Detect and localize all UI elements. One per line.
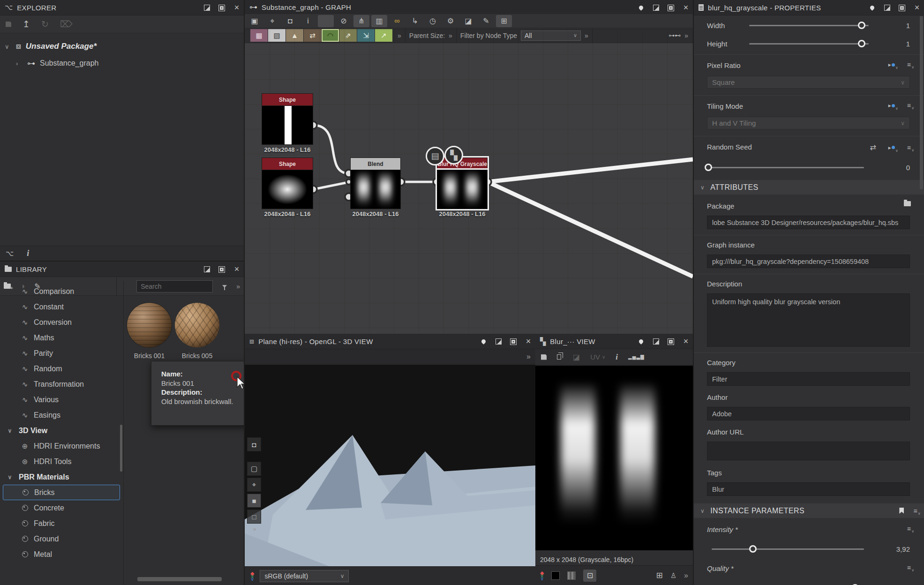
library-item-bricks[interactable]: Bricks: [3, 485, 120, 500]
library-item-ground[interactable]: Ground: [0, 531, 123, 547]
paint-icon[interactable]: ✎: [478, 15, 494, 27]
library-item-conversion[interactable]: ∿ Conversion: [0, 315, 123, 330]
layers-icon[interactable]: ◆∨∨: [250, 572, 254, 580]
random-seed-value[interactable]: 0: [906, 164, 910, 172]
library-item-comparison[interactable]: ∿ Comparison: [0, 284, 123, 299]
chevron-right-icon[interactable]: ›: [16, 60, 23, 67]
marquee-select-icon[interactable]: ▣: [247, 15, 263, 27]
library-item-concrete[interactable]: Concrete: [0, 500, 123, 516]
graph-tab-title[interactable]: Substance_graph - GRAPH: [262, 3, 351, 11]
graph-canvas[interactable]: Shape 2048x2048 - L16 Shape 2048x2048 - …: [245, 30, 693, 334]
tree-view-icon[interactable]: ⌥: [6, 249, 14, 258]
height-value[interactable]: 1: [906, 40, 910, 48]
capture-icon[interactable]: ◘: [247, 437, 261, 451]
height-slider-handle[interactable]: [858, 40, 865, 47]
node-links-icon[interactable]: ⋔: [353, 15, 369, 27]
export-image-icon[interactable]: ◪: [460, 15, 476, 27]
library-item-random[interactable]: ∿ Random: [0, 361, 123, 376]
library-item-hdri-tools[interactable]: ⊛ HDRI Tools: [0, 454, 123, 469]
info-icon[interactable]: i: [27, 248, 29, 258]
maximize-icon[interactable]: [218, 265, 226, 274]
compute-timing-icon[interactable]: ◷: [425, 15, 441, 27]
save-icon[interactable]: [541, 354, 547, 360]
tags-input[interactable]: Blur: [707, 482, 910, 496]
library-item-fabric[interactable]: Fabric: [0, 516, 123, 531]
snap-grid-icon[interactable]: ⊞: [496, 15, 512, 27]
wireframe-cube-icon[interactable]: □: [247, 510, 261, 524]
options-menu-icon[interactable]: ≡: [913, 508, 917, 514]
histogram-icon[interactable]: ▂▅▃▇: [628, 354, 645, 360]
more-icon[interactable]: »: [684, 571, 688, 580]
function-icon[interactable]: [888, 144, 895, 151]
tree-item-graph[interactable]: › ⊶ Substance_graph: [0, 55, 244, 72]
screenshot-icon[interactable]: ◘: [282, 15, 298, 27]
float-icon[interactable]: [203, 4, 211, 12]
maximize-icon[interactable]: [667, 338, 675, 346]
library-item-hdri-environments[interactable]: ⊕ HDRI Environments: [0, 438, 123, 454]
view3d-viewport[interactable]: ◘ ▢ ⌖ ■ □ »: [245, 365, 535, 566]
library-item-transformation[interactable]: ∿ Transformation: [0, 376, 123, 392]
pin-icon[interactable]: [637, 338, 645, 346]
background-stripes-swatch[interactable]: [567, 571, 576, 580]
author-input[interactable]: Adobe: [707, 407, 910, 420]
library-vertical-scrollbar[interactable]: [120, 425, 122, 472]
library-item-easings[interactable]: ∿ Easings: [0, 407, 123, 423]
display-mode-icon[interactable]: ⊡: [583, 570, 596, 582]
asset-thumbnail-bricks-005[interactable]: [175, 303, 219, 347]
close-icon[interactable]: ×: [233, 265, 241, 274]
layers-icon[interactable]: ◆∨∨: [540, 571, 544, 580]
maximize-icon[interactable]: [509, 338, 518, 346]
more-icon[interactable]: »: [247, 525, 262, 532]
pin-connection-icon[interactable]: ∞: [389, 15, 405, 27]
solid-cube-icon[interactable]: ■: [247, 494, 261, 508]
maximize-icon[interactable]: [898, 4, 906, 12]
library-item-various[interactable]: ∿ Various: [0, 392, 123, 407]
category-input[interactable]: Filter: [707, 372, 910, 386]
options-menu-icon[interactable]: ≡: [907, 102, 911, 109]
reload-icon[interactable]: ↻: [41, 19, 49, 30]
shape-node-2[interactable]: Shape 2048x2048 - L16: [262, 158, 313, 218]
library-item-metal[interactable]: Metal: [0, 547, 123, 562]
tree-item-package[interactable]: ∨ ⧈ Unsaved Package*: [0, 38, 244, 55]
gizmo-icon[interactable]: ⌖: [247, 478, 261, 492]
close-icon[interactable]: ×: [913, 4, 921, 12]
node-info-icon[interactable]: i: [300, 15, 316, 27]
mannequin-icon[interactable]: ♙: [670, 571, 676, 580]
shape-node-1[interactable]: Shape 2048x2048 - L16: [262, 93, 313, 153]
float-icon[interactable]: [494, 338, 503, 346]
info-icon[interactable]: i: [616, 352, 618, 362]
graph-instance-input[interactable]: pkg:///blur_hq_grayscale?dependency=1508…: [707, 255, 910, 268]
export-icon[interactable]: ↥: [23, 19, 30, 30]
image-icon[interactable]: ◪: [573, 352, 580, 361]
preset-icon[interactable]: [899, 508, 904, 514]
options-menu-icon[interactable]: ≡: [907, 61, 911, 68]
description-textarea[interactable]: Uniform high quality blur grayscale vers…: [707, 293, 910, 347]
random-seed-slider[interactable]: [707, 167, 864, 168]
library-horizontal-scrollbar[interactable]: [137, 577, 222, 581]
library-item-constant[interactable]: ∿ Constant: [0, 299, 123, 315]
options-menu-icon[interactable]: ≡: [907, 525, 911, 532]
chevron-down-icon[interactable]: ∨: [5, 43, 11, 50]
float-icon[interactable]: [883, 4, 891, 12]
copy-icon[interactable]: [557, 354, 563, 360]
intensity-value[interactable]: 3,92: [896, 545, 910, 553]
node-comment-badge[interactable]: ▤: [426, 147, 444, 165]
pin-icon[interactable]: [868, 4, 876, 12]
view2d-canvas[interactable]: [535, 366, 693, 550]
pin-icon[interactable]: [479, 338, 488, 346]
close-icon[interactable]: ×: [682, 4, 690, 12]
colorspace-select[interactable]: sRGB (default) ∨: [260, 570, 349, 582]
grid-icon[interactable]: ⊞: [656, 570, 662, 580]
close-icon[interactable]: ×: [524, 338, 533, 346]
width-slider[interactable]: [749, 25, 869, 26]
intensity-slider[interactable]: [712, 548, 864, 550]
library-group-pbr-materials[interactable]: ∨ PBR Materials: [0, 469, 123, 485]
connector-style-icon[interactable]: ↳: [407, 15, 423, 27]
width-slider-handle[interactable]: [858, 22, 865, 29]
uv-toggle[interactable]: UV∨: [590, 353, 605, 361]
close-icon[interactable]: ×: [233, 4, 241, 12]
pin-icon[interactable]: [637, 4, 645, 12]
node-output-badge[interactable]: ▚: [444, 146, 463, 165]
random-seed-slider-handle[interactable]: [705, 164, 712, 171]
menu-more-icon[interactable]: »: [526, 352, 531, 361]
